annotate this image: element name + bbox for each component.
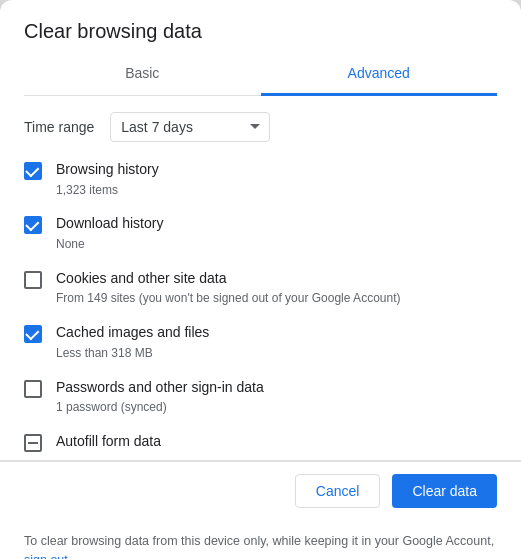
sign-out-link[interactable]: sign out: [24, 553, 68, 559]
item-sublabel: Less than 318 MB: [56, 345, 209, 362]
item-sublabel: None: [56, 236, 163, 253]
list-item: Cached images and files Less than 318 MB: [24, 323, 509, 361]
dialog-title: Clear browsing data: [24, 20, 497, 43]
item-sublabel: From 149 sites (you won't be signed out …: [56, 290, 400, 307]
item-label: Cached images and files: [56, 323, 209, 343]
dialog-header: Clear browsing data Basic Advanced: [0, 0, 521, 96]
clear-data-button[interactable]: Clear data: [392, 474, 497, 508]
tab-bar: Basic Advanced: [24, 55, 497, 96]
clear-browsing-dialog: Clear browsing data Basic Advanced Time …: [0, 0, 521, 559]
footer-buttons: Cancel Clear data: [0, 461, 521, 520]
time-range-row: Time range Last hour Last 24 hours Last …: [24, 112, 509, 142]
checkbox-browsing-history[interactable]: [24, 162, 42, 180]
dialog-body: Time range Last hour Last 24 hours Last …: [0, 96, 521, 559]
item-sublabel: 1 password (synced): [56, 399, 264, 416]
list-item: Autofill form data: [24, 432, 509, 452]
list-item: Browsing history 1,323 items: [24, 160, 509, 198]
item-label: Autofill form data: [56, 432, 161, 452]
list-item: Download history None: [24, 214, 509, 252]
scrollable-area[interactable]: Time range Last hour Last 24 hours Last …: [0, 96, 521, 460]
tab-advanced[interactable]: Advanced: [261, 55, 498, 96]
dialog-info: To clear browsing data from this device …: [0, 520, 521, 559]
list-item: Cookies and other site data From 149 sit…: [24, 269, 509, 307]
time-range-select[interactable]: Last hour Last 24 hours Last 7 days Last…: [110, 112, 270, 142]
checkbox-passwords[interactable]: [24, 380, 42, 398]
checkbox-download-history[interactable]: [24, 216, 42, 234]
checkbox-autofill[interactable]: [24, 434, 42, 452]
checkbox-cached-images[interactable]: [24, 325, 42, 343]
item-label: Browsing history: [56, 160, 159, 180]
item-label: Passwords and other sign-in data: [56, 378, 264, 398]
time-range-label: Time range: [24, 119, 94, 135]
tab-basic[interactable]: Basic: [24, 55, 261, 96]
cancel-button[interactable]: Cancel: [295, 474, 381, 508]
checkbox-cookies[interactable]: [24, 271, 42, 289]
item-label: Download history: [56, 214, 163, 234]
list-item: Passwords and other sign-in data 1 passw…: [24, 378, 509, 416]
item-label: Cookies and other site data: [56, 269, 400, 289]
item-sublabel: 1,323 items: [56, 182, 159, 199]
